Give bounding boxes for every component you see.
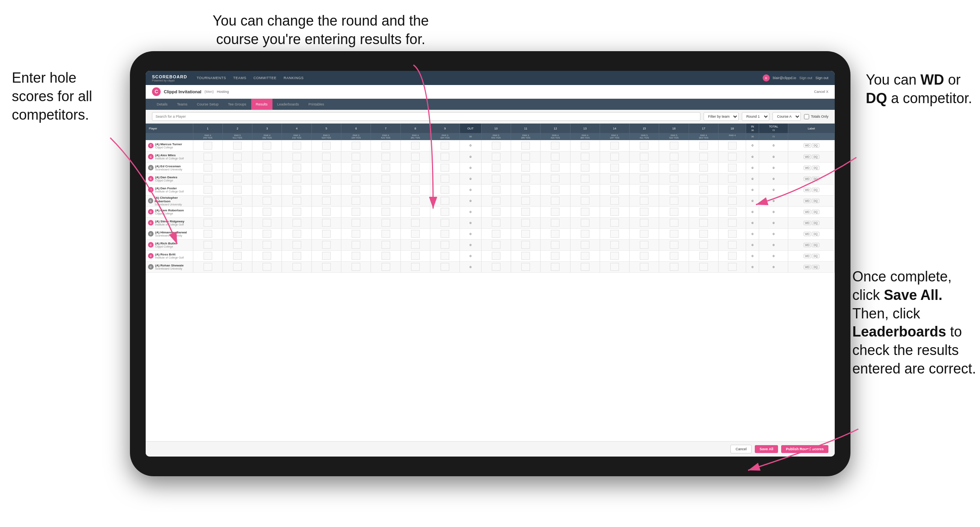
hole-2-player-10[interactable]	[222, 250, 252, 261]
search-input[interactable]	[152, 112, 700, 121]
hole-2-player-2[interactable]	[222, 162, 252, 173]
hole-12-player-10[interactable]	[541, 250, 570, 261]
score-input-h5-p6[interactable]	[322, 208, 331, 216]
score-input-h14-p10[interactable]	[610, 252, 619, 260]
dq-button-p5[interactable]: DQ	[812, 199, 819, 203]
score-input-h14-p4[interactable]	[610, 186, 619, 194]
wd-button-p4[interactable]: WD	[804, 188, 811, 192]
hole-16-player-0[interactable]	[659, 140, 689, 151]
hole-12-player-6[interactable]	[541, 206, 570, 217]
hole-12-player-1[interactable]	[541, 151, 570, 162]
hole-1-player-2[interactable]	[193, 162, 222, 173]
hole-2-player-5[interactable]	[222, 195, 252, 206]
score-input-h2-p8[interactable]	[233, 230, 242, 238]
hole-14-player-2[interactable]	[600, 162, 629, 173]
score-input-h10-p1[interactable]	[492, 153, 500, 161]
hole-4-player-4[interactable]	[282, 184, 311, 195]
hole-6-player-10[interactable]	[341, 250, 371, 261]
score-input-h12-p7[interactable]	[551, 219, 559, 227]
hole-18-player-10[interactable]	[719, 250, 746, 261]
score-input-h17-p3[interactable]	[699, 175, 708, 183]
score-input-h1-p6[interactable]	[204, 208, 212, 216]
score-input-h14-p5[interactable]	[610, 197, 619, 205]
score-input-h6-p7[interactable]	[352, 219, 360, 227]
hole-13-player-6[interactable]	[570, 206, 600, 217]
tab-details[interactable]: Details	[152, 99, 172, 110]
hole-5-player-0[interactable]	[311, 140, 341, 151]
score-input-h13-p3[interactable]	[581, 175, 589, 183]
score-input-h6-p8[interactable]	[352, 230, 360, 238]
hole-7-player-8[interactable]	[371, 228, 400, 239]
hole-8-player-4[interactable]	[400, 184, 430, 195]
hole-3-player-1[interactable]	[252, 151, 282, 162]
score-input-h2-p1[interactable]	[233, 153, 242, 161]
score-input-h13-p9[interactable]	[581, 241, 589, 249]
hole-2-player-4[interactable]	[222, 184, 252, 195]
hole-15-player-11[interactable]	[630, 261, 659, 272]
hole-4-player-5[interactable]	[282, 195, 311, 206]
score-input-h12-p10[interactable]	[551, 252, 559, 260]
hole-9-player-2[interactable]	[430, 162, 460, 173]
hole-17-player-8[interactable]	[689, 228, 718, 239]
score-input-h16-p5[interactable]	[670, 197, 678, 205]
hole-6-player-9[interactable]	[341, 239, 371, 250]
score-input-h13-p7[interactable]	[581, 219, 589, 227]
hole-4-player-8[interactable]	[282, 228, 311, 239]
hole-8-player-1[interactable]	[400, 151, 430, 162]
score-input-h16-p0[interactable]	[670, 142, 678, 150]
score-input-h16-p7[interactable]	[670, 219, 678, 227]
wd-button-p7[interactable]: WD	[804, 221, 811, 225]
hole-7-player-11[interactable]	[371, 261, 400, 272]
score-input-h11-p4[interactable]	[521, 186, 530, 194]
score-input-h5-p3[interactable]	[322, 175, 331, 183]
score-input-h5-p8[interactable]	[322, 230, 331, 238]
hole-1-player-9[interactable]	[193, 239, 222, 250]
score-input-h18-p9[interactable]	[728, 241, 737, 249]
hole-10-player-8[interactable]	[481, 228, 511, 239]
score-input-h5-p11[interactable]	[322, 263, 331, 271]
hole-14-player-0[interactable]	[600, 140, 629, 151]
score-input-h1-p1[interactable]	[204, 153, 212, 161]
hole-1-player-3[interactable]	[193, 173, 222, 184]
hole-11-player-4[interactable]	[511, 184, 540, 195]
score-input-h2-p3[interactable]	[233, 175, 242, 183]
hole-15-player-8[interactable]	[630, 228, 659, 239]
score-input-h1-p10[interactable]	[204, 252, 212, 260]
hole-13-player-9[interactable]	[570, 239, 600, 250]
score-input-h18-p5[interactable]	[728, 197, 737, 205]
score-input-h15-p1[interactable]	[640, 153, 648, 161]
hole-13-player-10[interactable]	[570, 250, 600, 261]
tab-tee-groups[interactable]: Tee Groups	[223, 99, 251, 110]
hole-13-player-7[interactable]	[570, 217, 600, 228]
hole-6-player-2[interactable]	[341, 162, 371, 173]
round-select[interactable]: Round 1	[742, 112, 769, 121]
hole-11-player-11[interactable]	[511, 261, 540, 272]
hole-10-player-5[interactable]	[481, 195, 511, 206]
hole-13-player-0[interactable]	[570, 140, 600, 151]
wd-button-p1[interactable]: WD	[804, 155, 811, 159]
score-input-h6-p4[interactable]	[352, 186, 360, 194]
score-input-h8-p6[interactable]	[411, 208, 420, 216]
score-input-h18-p11[interactable]	[728, 263, 737, 271]
hole-18-player-11[interactable]	[719, 261, 746, 272]
hole-9-player-3[interactable]	[430, 173, 460, 184]
score-input-h9-p8[interactable]	[441, 230, 449, 238]
hole-2-player-7[interactable]	[222, 217, 252, 228]
hole-2-player-3[interactable]	[222, 173, 252, 184]
score-input-h14-p3[interactable]	[610, 175, 619, 183]
hole-17-player-11[interactable]	[689, 261, 718, 272]
score-input-h11-p6[interactable]	[521, 208, 530, 216]
hole-5-player-2[interactable]	[311, 162, 341, 173]
score-input-h11-p8[interactable]	[521, 230, 530, 238]
hole-14-player-11[interactable]	[600, 261, 629, 272]
hole-4-player-1[interactable]	[282, 151, 311, 162]
score-input-h4-p7[interactable]	[293, 219, 301, 227]
score-input-h5-p0[interactable]	[322, 142, 331, 150]
hole-13-player-8[interactable]	[570, 228, 600, 239]
hole-17-player-9[interactable]	[689, 239, 718, 250]
score-input-h3-p7[interactable]	[263, 219, 271, 227]
hole-10-player-11[interactable]	[481, 261, 511, 272]
hole-16-player-2[interactable]	[659, 162, 689, 173]
score-input-h4-p8[interactable]	[293, 230, 301, 238]
hole-13-player-3[interactable]	[570, 173, 600, 184]
